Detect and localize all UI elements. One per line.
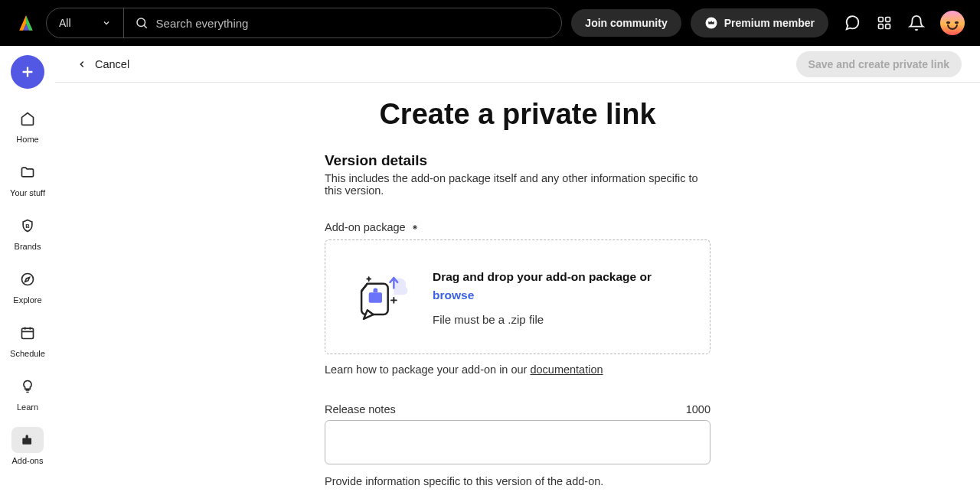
cancel-label: Cancel [95, 58, 129, 70]
compass-icon [19, 271, 36, 288]
required-asterisk-icon [412, 224, 418, 230]
svg-rect-9 [369, 292, 382, 302]
package-dropzone[interactable]: Drag and drop your add-on package or bro… [325, 239, 710, 354]
svg-rect-4 [879, 24, 884, 29]
dropzone-text: Drag and drop your add-on package or bro… [433, 268, 690, 304]
svg-rect-3 [886, 18, 890, 22]
browse-link[interactable]: browse [433, 288, 474, 301]
search-input[interactable] [156, 17, 551, 30]
crown-icon [704, 16, 718, 30]
top-header: All Join community Premium member [0, 0, 980, 46]
bell-icon[interactable] [908, 15, 925, 31]
notes-label: Release notes [325, 403, 396, 415]
search-filter-dropdown[interactable]: All [47, 8, 124, 37]
search-filter-label: All [59, 17, 71, 29]
chevron-down-icon [102, 18, 111, 28]
svg-text:B: B [25, 223, 30, 230]
section-title: Version details [325, 152, 710, 169]
notes-help-text: Provide information specific to this ver… [325, 475, 710, 487]
svg-point-7 [22, 274, 34, 285]
sidebar-item-label: Explore [13, 295, 41, 305]
app-logo[interactable] [15, 12, 37, 34]
sidebar-item-label: Your stuff [10, 188, 45, 197]
brand-shield-icon: B [19, 217, 36, 234]
home-icon [19, 110, 36, 127]
svg-rect-8 [22, 328, 34, 338]
sidebar-item-addons[interactable]: Add-ons [0, 421, 55, 471]
calendar-icon [19, 324, 36, 341]
chevron-left-icon [77, 59, 87, 70]
sidebar-item-label: Schedule [10, 349, 45, 358]
sidebar-item-your-stuff[interactable]: Your stuff [0, 153, 55, 204]
dropzone-note: File must be a .zip file [433, 313, 690, 326]
cancel-button[interactable]: Cancel [77, 58, 129, 70]
join-community-button[interactable]: Join community [571, 9, 681, 37]
upload-illustration-icon [345, 262, 414, 332]
lightbulb-icon [19, 378, 36, 395]
section-desc: This includes the add-on package itself … [325, 172, 710, 197]
create-button[interactable] [11, 55, 44, 89]
sidebar-item-learn[interactable]: Learn [0, 367, 55, 418]
subheader: Cancel Save and create private link [55, 46, 980, 83]
svg-rect-5 [886, 24, 890, 29]
release-notes-input[interactable] [325, 420, 710, 464]
addon-icon [19, 432, 36, 448]
sidebar-item-explore[interactable]: Explore [0, 260, 55, 311]
sidebar-item-home[interactable]: Home [0, 99, 55, 150]
folder-icon [19, 164, 36, 181]
sidebar-item-label: Learn [17, 402, 38, 412]
sidebar: Home Your stuff B Brands Explore Schedul… [0, 46, 55, 492]
svg-rect-2 [879, 18, 884, 22]
premium-member-button[interactable]: Premium member [691, 8, 828, 37]
page-title: Create a private link [379, 98, 655, 131]
package-label: Add-on package [325, 221, 710, 233]
comment-icon[interactable] [844, 15, 861, 31]
save-create-link-button[interactable]: Save and create private link [796, 51, 962, 77]
sidebar-item-brands[interactable]: B Brands [0, 207, 55, 257]
sidebar-item-label: Add-ons [12, 456, 44, 465]
package-help-text: Learn how to package your add-on in our … [325, 363, 710, 376]
search-icon [135, 16, 149, 30]
documentation-link[interactable]: documentation [530, 363, 603, 376]
apps-grid-icon[interactable] [876, 15, 893, 31]
avatar[interactable] [940, 11, 965, 35]
search-container: All [46, 8, 562, 38]
sidebar-item-label: Brands [15, 242, 41, 251]
main-area: Cancel Save and create private link Crea… [55, 46, 980, 492]
plus-icon [19, 64, 36, 80]
svg-point-0 [137, 18, 145, 27]
sidebar-item-schedule[interactable]: Schedule [0, 314, 55, 364]
sidebar-item-label: Home [16, 135, 38, 144]
notes-char-counter: 1000 [686, 403, 710, 415]
search-field[interactable] [124, 16, 562, 30]
